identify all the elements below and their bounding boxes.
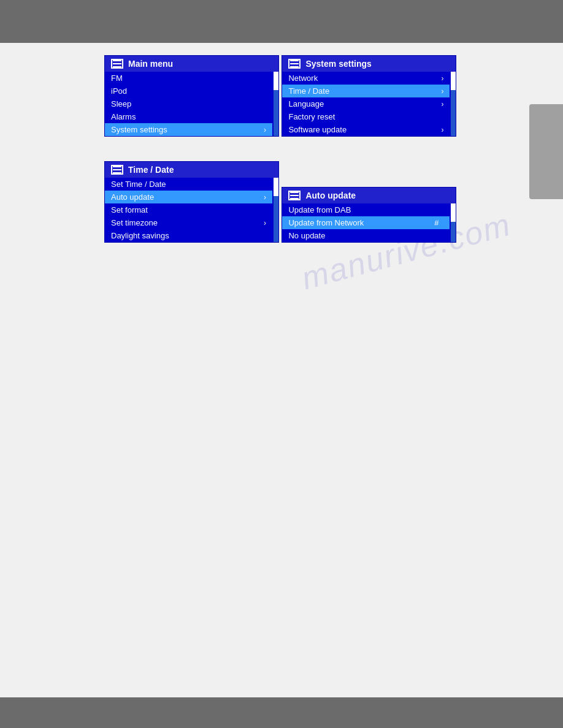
ss-item-language[interactable]: Language ›: [282, 97, 450, 110]
main-menu: Main menu FM iPod Sleep Alarms System se…: [104, 55, 279, 137]
scrollbar-thumb-3: [274, 178, 278, 196]
menu-item-system-settings[interactable]: System settings ›: [105, 123, 272, 136]
menu-icon-4: [288, 191, 301, 200]
chevron-icon: ›: [264, 126, 266, 134]
menu-item-alarms[interactable]: Alarms: [105, 110, 272, 123]
content-area: Main menu FM iPod Sleep Alarms System se…: [104, 55, 472, 267]
time-date-header: Time / Date: [105, 162, 278, 178]
menu-icon: [111, 59, 123, 69]
auto-update-header: Auto update: [282, 188, 456, 203]
scrollbar-4[interactable]: [451, 203, 456, 242]
scrollbar-3[interactable]: [274, 178, 278, 242]
svg-rect-1: [113, 63, 121, 64]
chevron-icon: ›: [441, 74, 443, 83]
svg-rect-2: [113, 66, 121, 67]
scrollbar-thumb: [274, 72, 278, 90]
auto-update-body: Update from DAB Update from Network # No…: [282, 203, 456, 242]
ss-item-time-date[interactable]: Time / Date ›: [282, 85, 450, 97]
td-item-set-timezone[interactable]: Set timezone ›: [105, 216, 272, 229]
au-item-dab[interactable]: Update from DAB: [282, 203, 450, 216]
time-date-title: Time / Date: [128, 165, 174, 175]
ss-item-software-update[interactable]: Software update ›: [282, 123, 450, 136]
chevron-icon: ›: [264, 219, 266, 227]
menu-item-ipod[interactable]: iPod: [105, 85, 272, 97]
scrollbar[interactable]: [274, 72, 278, 136]
auto-update-title: Auto update: [305, 191, 356, 200]
system-settings-panel: System settings Network › Time / Date › …: [282, 55, 456, 137]
system-settings-header: System settings: [282, 56, 456, 72]
chevron-icon: ›: [441, 100, 443, 108]
menu-item-sleep[interactable]: Sleep: [105, 97, 272, 110]
hash-icon: #: [434, 218, 439, 227]
menu-icon-3: [111, 165, 123, 175]
main-menu-panel: Main menu FM iPod Sleep Alarms System se…: [104, 55, 279, 161]
auto-update-panel-wrapper: Auto update Update from DAB Update from …: [282, 187, 456, 267]
system-settings-panel-wrapper: System settings Network › Time / Date › …: [282, 55, 456, 161]
svg-rect-7: [113, 169, 121, 170]
svg-rect-3: [290, 60, 299, 61]
main-menu-title: Main menu: [128, 59, 173, 69]
svg-rect-4: [290, 63, 299, 64]
td-item-set-time-date[interactable]: Set Time / Date: [105, 178, 272, 191]
time-date-body: Set Time / Date Auto update › Set format…: [105, 178, 278, 242]
time-date-panel-wrapper: Time / Date Set Time / Date Auto update …: [104, 161, 279, 267]
svg-rect-0: [113, 60, 121, 61]
menu-icon-2: [288, 59, 301, 69]
system-settings-body: Network › Time / Date › Language › Facto…: [282, 72, 456, 136]
main-menu-body: FM iPod Sleep Alarms System settings ›: [105, 72, 278, 136]
svg-rect-11: [290, 198, 299, 199]
au-item-network[interactable]: Update from Network #: [282, 216, 450, 229]
svg-rect-10: [290, 195, 299, 196]
side-tab: [529, 104, 563, 199]
svg-rect-6: [113, 166, 121, 167]
td-item-auto-update[interactable]: Auto update ›: [105, 191, 272, 203]
svg-rect-8: [113, 172, 121, 173]
td-item-daylight-savings[interactable]: Daylight savings: [105, 229, 272, 242]
ss-item-factory-reset[interactable]: Factory reset: [282, 110, 450, 123]
svg-rect-9: [290, 192, 299, 193]
svg-rect-5: [290, 66, 299, 67]
chevron-icon: ›: [264, 193, 266, 202]
system-settings-title: System settings: [305, 59, 371, 69]
scrollbar-thumb-4: [451, 203, 456, 222]
time-date-panel: Time / Date Set Time / Date Auto update …: [104, 161, 279, 243]
scrollbar-thumb-2: [451, 72, 456, 90]
chevron-icon: ›: [441, 87, 443, 96]
ss-item-network[interactable]: Network ›: [282, 72, 450, 85]
auto-update-panel: Auto update Update from DAB Update from …: [282, 187, 456, 243]
main-menu-header: Main menu: [105, 56, 278, 72]
au-item-no-update[interactable]: No update: [282, 229, 450, 242]
bottom-bar: [0, 697, 563, 728]
menu-item-fm[interactable]: FM: [105, 72, 272, 85]
chevron-icon: ›: [441, 126, 443, 134]
td-item-set-format[interactable]: Set format: [105, 203, 272, 216]
top-bar: [0, 0, 563, 43]
scrollbar-2[interactable]: [451, 72, 456, 136]
